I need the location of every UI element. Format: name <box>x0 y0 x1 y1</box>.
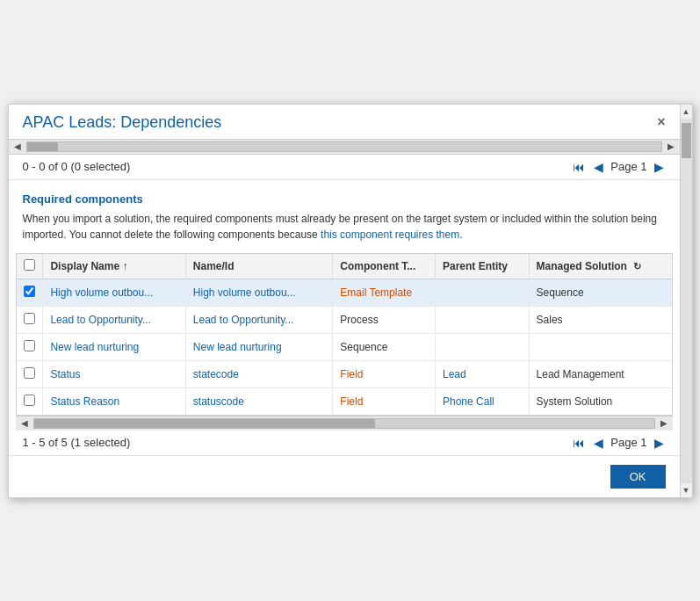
row-checkbox-cell <box>17 387 43 415</box>
required-components-description: When you import a solution, the required… <box>9 211 680 253</box>
dialog-title: APAC Leads: Dependencies <box>23 113 222 132</box>
row-checkbox-cell <box>17 306 43 333</box>
bottom-first-page-btn[interactable]: ⏮ <box>571 436 587 450</box>
name-id-link[interactable]: New lead nurturing <box>193 341 282 353</box>
th-checkbox <box>17 254 43 279</box>
th-managed-solution: Managed Solution ↻ <box>529 254 671 279</box>
bottom-pagination-info: 1 - 5 of 5 (1 selected) <box>23 436 131 449</box>
table-row: Lead to Opportunity...Lead to Opportunit… <box>17 306 672 333</box>
row-checkbox-cell <box>17 333 43 360</box>
scroll-down-arrow[interactable]: ▼ <box>682 483 690 497</box>
bottom-page-label: Page 1 <box>610 436 646 449</box>
table-header-row: Display Name ↑ Name/Id Component T... Pa… <box>17 254 672 279</box>
row-name-id[interactable]: Lead to Opportunity... <box>185 306 332 333</box>
row-component-type: Process <box>333 306 436 333</box>
name-id-link[interactable]: statecode <box>193 368 239 380</box>
th-managed-solution-label: Managed Solution <box>537 260 627 272</box>
row-parent-entity[interactable]: Lead <box>436 360 530 387</box>
row-parent-entity <box>436 333 530 360</box>
top-next-page-btn[interactable]: ▶ <box>653 160 666 174</box>
bottom-h-scrollbar[interactable] <box>33 418 655 429</box>
row-display-name[interactable]: Status Reason <box>43 387 185 415</box>
row-managed-solution: Sequence <box>529 279 671 306</box>
bottom-next-page-btn[interactable]: ▶ <box>653 436 666 450</box>
name-id-link[interactable]: Lead to Opportunity... <box>193 314 294 326</box>
table-row: StatusstatecodeFieldLeadLead Management <box>17 360 672 387</box>
title-bar: APAC Leads: Dependencies × <box>9 105 680 139</box>
table-row: New lead nurturingNew lead nurturingSequ… <box>17 333 672 360</box>
top-h-scrollbar[interactable] <box>26 141 662 152</box>
scroll-left-arrow-top[interactable]: ◀ <box>12 141 23 151</box>
main-content: APAC Leads: Dependencies × ◀ ▶ 0 - 0 of … <box>9 105 692 497</box>
row-component-type: Field <box>333 360 436 387</box>
row-parent-entity <box>436 306 530 333</box>
dependencies-table-container: Display Name ↑ Name/Id Component T... Pa… <box>16 253 673 416</box>
display-name-link[interactable]: Status <box>50 368 80 380</box>
row-display-name[interactable]: New lead nurturing <box>43 333 185 360</box>
bottom-pagination-bar: 1 - 5 of 5 (1 selected) ⏮ ◀ Page 1 ▶ <box>9 431 680 455</box>
th-component-type: Component T... <box>333 254 436 279</box>
top-page-label: Page 1 <box>610 160 646 173</box>
th-display-name: Display Name ↑ <box>43 254 185 279</box>
display-name-link[interactable]: Status Reason <box>50 395 119 408</box>
top-h-scrollbar-thumb <box>27 142 58 151</box>
row-checkbox[interactable] <box>24 367 35 379</box>
th-component-type-label: Component T... <box>340 260 415 272</box>
dependencies-dialog: ▲ ▼ APAC Leads: Dependencies × ◀ ▶ 0 - 0… <box>8 104 693 498</box>
description-text-2: this component requires them. <box>321 228 462 241</box>
row-display-name[interactable]: Lead to Opportunity... <box>43 306 185 333</box>
dialog-footer: OK <box>9 455 680 497</box>
name-id-link[interactable]: statuscode <box>193 395 244 408</box>
table-row: Status ReasonstatuscodeFieldPhone CallSy… <box>17 387 672 415</box>
select-all-checkbox[interactable] <box>24 259 35 271</box>
row-name-id[interactable]: statuscode <box>185 387 332 415</box>
table-body: High volume outbou...High volume outbou.… <box>17 279 672 415</box>
row-component-type: Field <box>333 387 436 415</box>
dependencies-table: Display Name ↑ Name/Id Component T... Pa… <box>17 254 672 415</box>
th-name-id: Name/Id <box>185 254 332 279</box>
row-checkbox[interactable] <box>24 340 35 351</box>
parent-entity-link[interactable]: Phone Call <box>443 395 494 408</box>
top-pagination-info: 0 - 0 of 0 (0 selected) <box>23 160 131 173</box>
scroll-track[interactable] <box>681 119 692 483</box>
th-parent-entity: Parent Entity <box>436 254 530 279</box>
top-scrollbar-container: ◀ ▶ <box>9 139 680 155</box>
close-button[interactable]: × <box>657 114 665 130</box>
row-name-id[interactable]: New lead nurturing <box>185 333 332 360</box>
bottom-pagination-controls: ⏮ ◀ Page 1 ▶ <box>571 436 665 450</box>
name-id-link[interactable]: High volume outbou... <box>193 286 296 299</box>
scroll-left-arrow-bottom[interactable]: ◀ <box>19 418 30 428</box>
refresh-icon[interactable]: ↻ <box>633 261 641 272</box>
scroll-right-arrow-top[interactable]: ▶ <box>666 141 676 151</box>
top-pagination-bar: 0 - 0 of 0 (0 selected) ⏮ ◀ Page 1 ▶ <box>9 155 680 180</box>
row-component-type: Email Template <box>333 279 436 306</box>
row-display-name[interactable]: Status <box>43 360 185 387</box>
ok-button[interactable]: OK <box>610 465 666 489</box>
top-prev-page-btn[interactable]: ◀ <box>592 160 605 174</box>
row-managed-solution: System Solution <box>529 387 671 415</box>
row-name-id[interactable]: High volume outbou... <box>185 279 332 306</box>
top-first-page-btn[interactable]: ⏮ <box>571 160 587 174</box>
top-pagination-controls: ⏮ ◀ Page 1 ▶ <box>571 160 665 174</box>
th-display-name-label: Display Name ↑ <box>50 260 127 272</box>
row-checkbox[interactable] <box>24 395 35 406</box>
right-scrollbar[interactable]: ▲ ▼ <box>680 105 692 497</box>
scroll-right-arrow-bottom[interactable]: ▶ <box>659 418 669 428</box>
th-name-id-label: Name/Id <box>193 260 235 272</box>
bottom-prev-page-btn[interactable]: ◀ <box>592 436 605 450</box>
row-parent-entity[interactable]: Phone Call <box>436 387 530 415</box>
bottom-h-scrollbar-thumb <box>34 419 375 428</box>
row-managed-solution: Sales <box>529 306 671 333</box>
scroll-up-arrow[interactable]: ▲ <box>682 105 690 119</box>
display-name-link[interactable]: Lead to Opportunity... <box>50 314 151 326</box>
row-name-id[interactable]: statecode <box>185 360 332 387</box>
row-parent-entity <box>436 279 530 306</box>
row-checkbox[interactable] <box>24 313 35 324</box>
row-display-name[interactable]: High volume outbou... <box>43 279 185 306</box>
row-component-type: Sequence <box>333 333 436 360</box>
parent-entity-link[interactable]: Lead <box>443 368 466 380</box>
display-name-link[interactable]: New lead nurturing <box>50 341 139 353</box>
row-checkbox[interactable] <box>24 286 35 297</box>
required-components-heading: Required components <box>9 180 680 211</box>
display-name-link[interactable]: High volume outbou... <box>50 286 153 299</box>
